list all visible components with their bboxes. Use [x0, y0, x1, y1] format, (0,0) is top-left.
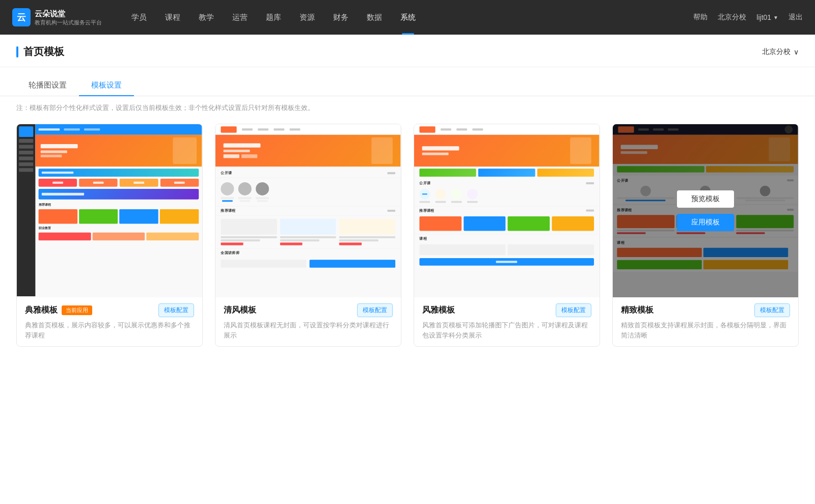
template-1-config-btn[interactable]: 模板配置 — [158, 303, 194, 317]
page-header: 首页模板 北京分校 ∨ — [0, 35, 815, 67]
template-4-footer: 精致模板 模板配置 精致首页模板支持课程展示封面，各模板分隔明显，界面简洁清晰 — [613, 297, 798, 346]
template-preview-3: 公开课 — [414, 124, 600, 297]
template-4-preview-btn[interactable]: 预览模板 — [677, 190, 734, 208]
note-bar: 注：模板有部分个性化样式设置，设置后仅当前模板生效；非个性化样式设置后只针对所有… — [0, 96, 815, 120]
branch-label: 北京分校 — [762, 47, 791, 57]
template-4-name-row: 精致模板 模板配置 — [621, 303, 790, 317]
template-preview-1: 推荐课程 职业教育 — [17, 124, 202, 297]
template-1-name-row: 典雅模板 当前应用 模板配置 — [25, 303, 194, 317]
template-1-badges: 典雅模板 当前应用 — [25, 305, 92, 316]
branch-chevron-icon: ∨ — [794, 48, 799, 56]
tab-carousel[interactable]: 轮播图设置 — [16, 75, 79, 96]
template-2-name: 清风模板 — [224, 305, 256, 316]
navbar: 云 云朵说堂 教育机构一站式服务云平台 学员 课程 教学 运营 题库 资源 财务… — [0, 0, 815, 35]
nav-questions[interactable]: 题库 — [257, 0, 290, 35]
template-card-4: 公开课 — [612, 124, 799, 347]
chevron-down-icon: ▼ — [773, 15, 778, 20]
branch-link[interactable]: 北京分校 — [718, 13, 746, 22]
help-link[interactable]: 帮助 — [693, 13, 708, 22]
logo[interactable]: 云 云朵说堂 教育机构一站式服务云平台 — [12, 8, 102, 26]
nav-teaching[interactable]: 教学 — [189, 0, 223, 35]
tabs-container: 轮播图设置 模板设置 — [0, 67, 815, 96]
nav-finance[interactable]: 财务 — [324, 0, 358, 35]
template-3-footer: 风雅模板 模板配置 风雅首页模板可添加轮播图下广告图片，可对课程及课程包设置学科… — [414, 297, 600, 346]
template-1-desc: 典雅首页模板，展示内容较多，可以展示优惠券和多个推荐课程 — [25, 320, 194, 340]
template-card-2: 公开课 — [215, 124, 401, 347]
page-content: 首页模板 北京分校 ∨ 轮播图设置 模板设置 注：模板有部分个性化样式设置，设置… — [0, 35, 815, 504]
nav-operations[interactable]: 运营 — [223, 0, 257, 35]
template-card-1: 推荐课程 职业教育 — [16, 124, 203, 347]
note-text: 注：模板有部分个性化样式设置，设置后仅当前模板生效；非个性化样式设置后只针对所有… — [16, 104, 314, 111]
template-1-footer: 典雅模板 当前应用 模板配置 典雅首页模板，展示内容较多，可以展示优惠券和多个推… — [17, 297, 202, 346]
template-4-apply-btn[interactable]: 应用模板 — [677, 214, 734, 231]
template-preview-4: 公开课 — [613, 124, 798, 297]
template-4-desc: 精致首页模板支持课程展示封面，各模板分隔明显，界面简洁清晰 — [621, 320, 790, 340]
user-dropdown[interactable]: lijt01 ▼ — [756, 13, 778, 21]
template-4-name: 精致模板 — [621, 305, 654, 316]
template-4-badges: 精致模板 — [621, 305, 654, 316]
username: lijt01 — [756, 13, 771, 21]
nav-courses[interactable]: 课程 — [156, 0, 189, 35]
nav-system[interactable]: 系统 — [391, 0, 425, 35]
nav-students[interactable]: 学员 — [122, 0, 156, 35]
template-2-footer: 清风模板 模板配置 清风首页模板课程无封面，可设置按学科分类对课程进行展示 — [215, 297, 401, 346]
template-3-config-btn[interactable]: 模板配置 — [556, 303, 591, 317]
template-3-name-row: 风雅模板 模板配置 — [422, 303, 591, 317]
template-1-name: 典雅模板 — [25, 305, 58, 316]
logout-link[interactable]: 退出 — [789, 13, 803, 22]
template-card-3: 公开课 — [414, 124, 600, 347]
logo-text: 云朵说堂 教育机构一站式服务云平台 — [35, 9, 102, 26]
templates-grid: 推荐课程 职业教育 — [0, 120, 815, 367]
template-2-desc: 清风首页模板课程无封面，可设置按学科分类对课程进行展示 — [224, 320, 393, 340]
main-nav: 学员 课程 教学 运营 题库 资源 财务 数据 系统 — [122, 0, 693, 35]
template-4-hover-overlay: 预览模板 应用模板 — [613, 124, 798, 297]
template-2-config-btn[interactable]: 模板配置 — [357, 303, 393, 317]
template-2-name-row: 清风模板 模板配置 — [224, 303, 393, 317]
template-4-config-btn[interactable]: 模板配置 — [754, 303, 790, 317]
logo-icon: 云 — [12, 8, 31, 26]
template-3-name: 风雅模板 — [422, 305, 455, 316]
template-1-current-badge: 当前应用 — [62, 305, 92, 315]
nav-data[interactable]: 数据 — [358, 0, 391, 35]
branch-selector[interactable]: 北京分校 ∨ — [762, 47, 799, 57]
navbar-right: 帮助 北京分校 lijt01 ▼ 退出 — [693, 13, 803, 22]
template-3-desc: 风雅首页模板可添加轮播图下广告图片，可对课程及课程包设置学科分类展示 — [422, 320, 591, 340]
page-title: 首页模板 — [16, 45, 64, 59]
template-3-badges: 风雅模板 — [422, 305, 455, 316]
tab-template[interactable]: 模板设置 — [79, 75, 134, 96]
template-preview-2: 公开课 — [215, 124, 401, 297]
template-2-badges: 清风模板 — [224, 305, 256, 316]
nav-resources[interactable]: 资源 — [290, 0, 324, 35]
